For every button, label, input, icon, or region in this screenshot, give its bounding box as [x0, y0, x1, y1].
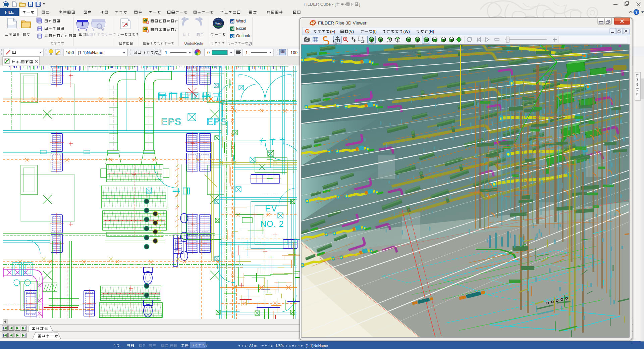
svg-text:EV: EV [265, 204, 277, 213]
svg-text:(V): (V) [348, 29, 354, 34]
svg-text:(1-1)NoName: (1-1)NoName [78, 50, 103, 55]
svg-text:NO. 2: NO. 2 [260, 219, 284, 229]
svg-text:Undo/Redo: Undo/Redo [184, 41, 203, 45]
svg-text:(F): (F) [330, 29, 335, 34]
svg-text:Excel: Excel [236, 26, 246, 31]
svg-text:-: - [344, 2, 346, 7]
svg-text:: (1-1)NoName: : (1-1)NoName [304, 344, 328, 348]
svg-text:1: 1 [165, 50, 167, 55]
svg-text:1: 1 [246, 50, 248, 55]
svg-text:(I): (I) [373, 29, 377, 34]
svg-text:EPS: EPS [161, 116, 182, 127]
svg-text:EPS: EPS [207, 116, 227, 127]
svg-text:(H): (H) [429, 29, 434, 34]
svg-text:-: - [19, 60, 21, 64]
svg-text:...: ... [120, 344, 124, 348]
svg-text:Web: Web [215, 22, 221, 25]
svg-text:Word: Word [236, 19, 246, 23]
svg-text:: A1: : A1 [247, 344, 254, 348]
svg-text:P: P [143, 344, 146, 348]
svg-text:上: 上 [30, 4, 32, 6]
svg-text:FILDER Cube - [: FILDER Cube - [ [304, 2, 336, 7]
svg-text:Outlook: Outlook [236, 34, 250, 38]
svg-text:?: ? [635, 10, 638, 14]
svg-text:FILDER Rise 3D Viewer: FILDER Rise 3D Viewer [318, 20, 367, 26]
svg-text:(W): (W) [404, 29, 410, 34]
svg-text:0: 0 [207, 50, 210, 55]
svg-text:X: X [231, 28, 233, 31]
svg-text:: 1/50: : 1/50 [273, 344, 283, 348]
svg-text:]: ] [359, 2, 360, 7]
svg-text:100: 100 [290, 50, 298, 55]
svg-text:O: O [231, 35, 233, 38]
svg-text:1/50: 1/50 [66, 50, 74, 55]
svg-text:FILE: FILE [5, 10, 14, 15]
